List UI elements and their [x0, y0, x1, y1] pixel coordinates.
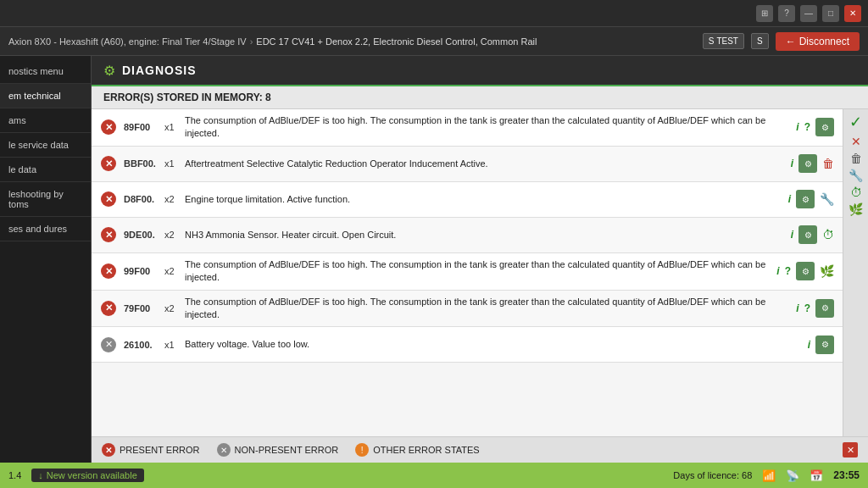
clock-icon[interactable]: ⏱	[822, 228, 834, 241]
disconnect-button[interactable]: ← Disconnect	[776, 32, 860, 51]
error-actions: i ⚙ 🗑	[791, 154, 834, 173]
info-button[interactable]: i	[776, 265, 779, 277]
info-button[interactable]: i	[788, 193, 791, 205]
sidebar-item-ses-and-dures[interactable]: ses and dures	[0, 217, 91, 241]
trash-action[interactable]: 🗑	[850, 152, 862, 165]
test-button[interactable]: S TEST	[703, 33, 744, 49]
version-number: 1.4	[8, 470, 21, 480]
time-display: 23:55	[833, 469, 860, 481]
question-button[interactable]: ?	[804, 121, 810, 133]
non-present-error-icon: ✕	[217, 443, 231, 457]
close-icon[interactable]: ✕	[844, 5, 861, 22]
sidebar-item-le-service-data[interactable]: le service data	[0, 133, 91, 158]
delete-button[interactable]: 🗑	[822, 157, 834, 170]
settings-icon[interactable]: ⚙	[815, 299, 834, 318]
error-description: Battery voltage. Value too low.	[185, 338, 801, 351]
legend-present-error: ✕ PRESENT ERROR	[102, 443, 200, 457]
download-icon: ↓	[38, 470, 43, 480]
sidebar-item-le-data[interactable]: le data	[0, 158, 91, 182]
error-actions: i ? ⚙	[796, 118, 834, 136]
errors-list: ✕ 89F00 x1 The consumption of AdBlue/DEF…	[92, 109, 843, 436]
red-error-icon: ✕	[101, 119, 116, 135]
error-status-icon: ✕	[100, 336, 117, 353]
info-button[interactable]: i	[796, 121, 798, 133]
error-count: x1	[164, 122, 185, 132]
error-actions: i ⚙ ⏱	[791, 225, 834, 244]
error-actions: i ⚙ 🔧	[788, 190, 834, 208]
error-code: D8F00.	[124, 194, 164, 204]
x-action[interactable]: ✕	[851, 135, 861, 148]
breadcrumb-part1: Axion 8X0 - Hexashift (A60), engine: Fin…	[8, 36, 247, 47]
present-error-icon: ✕	[102, 443, 115, 457]
wrench-action[interactable]: 🔧	[849, 169, 863, 182]
settings-icon[interactable]: ⚙	[796, 262, 815, 280]
grid-icon[interactable]: ⊞	[756, 5, 773, 22]
info-button[interactable]: i	[791, 158, 793, 169]
content-wrapper: ⚙ DIAGNOSIS ERROR(S) STORED IN MEMORY: 8…	[92, 56, 868, 463]
network-icon: 📶	[762, 469, 776, 482]
info-button[interactable]: i	[791, 229, 793, 241]
error-code: 99F00	[124, 266, 164, 276]
table-row: ✕ D8F00. x2 Engine torque limitation. Ac…	[92, 182, 843, 218]
settings-icon[interactable]: ⚙	[815, 336, 834, 354]
error-count: x2	[164, 194, 185, 204]
gray-error-icon: ✕	[101, 337, 116, 352]
settings-icon[interactable]: ⚙	[815, 118, 834, 136]
help-icon[interactable]: ?	[778, 5, 795, 22]
table-row: ✕ 9DE00. x2 NH3 Ammonia Sensor. Heater c…	[92, 218, 843, 253]
info-button[interactable]: i	[808, 339, 810, 351]
sidebar-item-em-technical[interactable]: em technical	[0, 84, 91, 108]
settings-icon[interactable]: ⚙	[798, 225, 817, 244]
error-description: The consumption of AdBlue/DEF is too hig…	[185, 296, 789, 322]
red-error-icon: ✕	[101, 191, 116, 207]
legend-other-error-states: ! OTHER ERROR STATES	[355, 443, 480, 457]
error-description: The consumption of AdBlue/DEF is too hig…	[185, 114, 789, 141]
main-layout: nostics menu em technical ams le service…	[0, 56, 868, 463]
breadcrumb-actions: S TEST S ← Disconnect	[703, 32, 860, 51]
version-badge[interactable]: ↓ New version available	[31, 469, 144, 482]
error-count: x2	[164, 230, 185, 240]
breadcrumb-part2: EDC 17 CV41 + Denox 2.2, Electronic Dies…	[256, 36, 537, 47]
status-bar: 1.4 ↓ New version available Days of lice…	[0, 463, 868, 488]
error-status-icon: ✕	[100, 155, 117, 172]
wrench-icon[interactable]: 🔧	[820, 192, 834, 206]
sidebar-item-leshooting[interactable]: leshooting by toms	[0, 182, 91, 217]
signal-button[interactable]: S	[751, 33, 769, 49]
table-row: ✕ 26100. x1 Battery voltage. Value too l…	[92, 327, 843, 363]
sidebar-item-ams[interactable]: ams	[0, 108, 91, 133]
error-actions: i ? ⚙ 🌿	[776, 262, 834, 280]
error-code: BBF00.	[124, 158, 164, 169]
error-actions: i ⚙	[808, 336, 834, 354]
error-code: 79F00	[124, 303, 164, 313]
red-error-icon: ✕	[101, 156, 116, 171]
info-button[interactable]: i	[796, 302, 798, 314]
error-actions: i ? ⚙	[796, 299, 834, 318]
status-right: Days of licence: 68 📶 📡 📅 23:55	[673, 469, 860, 482]
back-arrow-icon: ←	[786, 36, 796, 47]
leaf-icon[interactable]: 🌿	[820, 264, 834, 278]
window-chrome: ⊞ ? — □ ✕	[0, 0, 868, 27]
checkmark-action[interactable]: ✓	[849, 113, 862, 131]
signal-icon: S	[757, 36, 763, 46]
question-button[interactable]: ?	[804, 302, 810, 314]
error-count: x2	[164, 303, 185, 313]
sidebar-item-nostics-menu[interactable]: nostics menu	[0, 59, 91, 84]
error-count: x2	[164, 266, 185, 276]
legend-bar: ✕ PRESENT ERROR ✕ NON-PRESENT ERROR ! OT…	[92, 436, 868, 463]
right-action-panel: ✓ ✕ 🗑 🔧 ⏱ 🌿	[843, 109, 868, 436]
legend-non-present-error: ✕ NON-PRESENT ERROR	[217, 443, 339, 457]
settings-icon[interactable]: ⚙	[798, 154, 817, 173]
question-button[interactable]: ?	[785, 265, 791, 277]
table-row: ✕ 99F00 x2 The consumption of AdBlue/DEF…	[92, 253, 843, 291]
maximize-icon[interactable]: □	[822, 5, 839, 22]
error-status-icon: ✕	[100, 191, 117, 208]
settings-icon[interactable]: ⚙	[796, 190, 815, 208]
error-code: 26100.	[124, 340, 164, 350]
minimize-icon[interactable]: —	[800, 5, 817, 22]
error-description: Engine torque limitation. Active functio…	[185, 193, 782, 206]
legend-close-button[interactable]: ✕	[843, 442, 858, 458]
red-error-icon: ✕	[101, 263, 116, 279]
leaf-action[interactable]: 🌿	[849, 202, 863, 216]
error-description: Aftertreatment Selective Catalytic Reduc…	[185, 158, 784, 170]
clock-action[interactable]: ⏱	[850, 186, 862, 199]
